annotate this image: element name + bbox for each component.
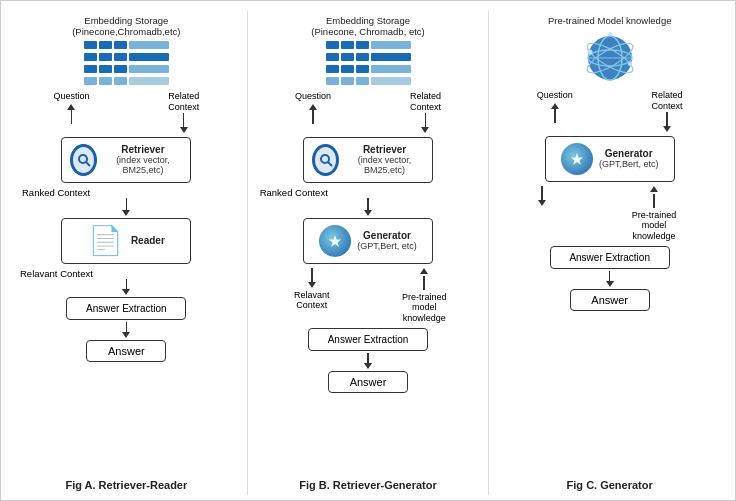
answer-box-a: Answer xyxy=(86,340,166,362)
question-arrow-b: Question xyxy=(295,91,331,133)
fig-b-title: Fig B. Retriever-Generator xyxy=(299,473,437,495)
svg-point-0 xyxy=(79,155,87,163)
reader-icon-a: 📄 xyxy=(88,227,123,255)
related-context-arrow-c: Related Context xyxy=(652,90,683,132)
main-container: Embedding Storage (Pinecone,Chromadb,etc… xyxy=(0,0,736,501)
ranked-context-flow-a: Ranked Context xyxy=(14,187,239,216)
pretrained-arrow-b: Pre-trained model knowledge xyxy=(397,268,452,324)
svg-point-12 xyxy=(608,32,612,36)
generator-box-b: Generator (GPT,Bert, etc) xyxy=(303,218,433,264)
generator-box-c: Generator (GPT,Bert, etc) xyxy=(545,136,675,182)
arrows-pair-b: Question Related Context xyxy=(256,91,481,133)
question-arrow-a: Question xyxy=(53,91,89,133)
figures-row: Embedding Storage (Pinecone,Chromadb,etc… xyxy=(1,1,735,500)
retriever-box-a: Retriever (index vector, BM25,etc) xyxy=(61,137,191,183)
svg-point-10 xyxy=(587,50,592,55)
svg-line-3 xyxy=(328,162,332,166)
related-context-arrow-b: Related Context xyxy=(410,91,441,133)
answer-arrow-a xyxy=(122,322,130,338)
below-generator-arrows-c: Pre-trained model knowledge xyxy=(497,186,722,242)
embed-storage-a: Embedding Storage (Pinecone,Chromadb,etc… xyxy=(72,15,180,87)
embed-label-a: Embedding Storage (Pinecone,Chromadb,etc… xyxy=(72,15,180,37)
pretrained-label-c: Pre-trained Model knowledge xyxy=(548,15,672,26)
answer-extraction-b: Answer Extraction xyxy=(308,328,428,351)
relavant-context-arrow-b: Relavant Context xyxy=(284,268,339,324)
reader-box-a: 📄 Reader xyxy=(61,218,191,264)
ranked-context-label-a: Ranked Context xyxy=(22,187,90,198)
svg-point-11 xyxy=(628,62,632,66)
fig-c-title: Fig C. Generator xyxy=(567,473,653,495)
svg-line-1 xyxy=(86,162,90,166)
arrows-pair-c: Question Related Context xyxy=(497,90,722,132)
svg-point-2 xyxy=(321,155,329,163)
pretrained-arrow-c: Pre-trained model knowledge xyxy=(627,186,682,242)
answer-box-b: Answer xyxy=(328,371,408,393)
retriever-icon-a xyxy=(70,144,97,176)
figure-b: Embedding Storage (Pinecone, Chromadb, e… xyxy=(248,11,490,495)
retriever-icon-b xyxy=(312,144,339,176)
relavant-context-flow-a: Relavant Context xyxy=(14,268,239,295)
question-arrow-c: Question xyxy=(537,90,573,132)
relavant-context-label-a: Relavant Context xyxy=(20,268,93,279)
embed-grid-b xyxy=(326,41,411,87)
answer-extraction-a: Answer Extraction xyxy=(66,297,186,320)
generator-icon-b xyxy=(319,225,351,257)
fig-a-title: Fig A. Retriever-Reader xyxy=(65,473,187,495)
ranked-context-flow-b: Ranked Context xyxy=(256,187,481,216)
figure-a: Embedding Storage (Pinecone,Chromadb,etc… xyxy=(6,11,248,495)
embed-grid-a xyxy=(84,41,169,87)
figure-c: Pre-trained Model knowledge xyxy=(489,11,730,495)
pretrained-top-c: Pre-trained Model knowledge xyxy=(548,15,672,86)
answer-arrow-b xyxy=(364,353,372,369)
ranked-context-label-b: Ranked Context xyxy=(260,187,328,198)
embed-storage-b: Embedding Storage (Pinecone, Chromadb, e… xyxy=(311,15,425,87)
embed-label-b: Embedding Storage (Pinecone, Chromadb, e… xyxy=(311,15,425,37)
answer-box-c: Answer xyxy=(570,289,650,311)
related-context-arrow-a: Related Context xyxy=(168,91,199,133)
retriever-box-b: Retriever (index vector, BM25,etc) xyxy=(303,137,433,183)
answer-extraction-c: Answer Extraction xyxy=(550,246,670,269)
generator-icon-c xyxy=(561,143,593,175)
arrows-pair-a: Question Related Context xyxy=(14,91,239,133)
globe-icon-c xyxy=(582,30,638,86)
relavant-arrow-c xyxy=(538,186,546,242)
answer-arrow-c xyxy=(606,271,614,287)
below-generator-arrows-b: Relavant Context Pre-trained model knowl… xyxy=(256,268,481,324)
